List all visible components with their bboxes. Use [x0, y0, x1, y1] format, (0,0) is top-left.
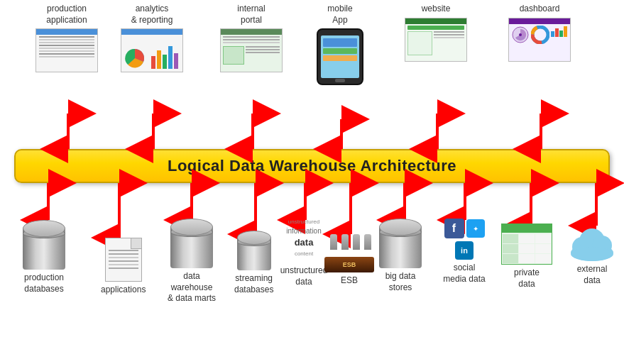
bottom-item-data-warehouse: datawarehouse& data marts: [168, 219, 216, 304]
donut-icon: [531, 26, 549, 44]
social-icons: f ✦ in: [436, 219, 493, 260]
mobile-screen: [321, 35, 359, 78]
label-analytics: analytics& reporting: [131, 4, 173, 26]
top-item-mobile-app: mobileApp: [317, 4, 363, 85]
spreadsheet-icon: [501, 224, 552, 265]
esb-connector: [364, 234, 371, 250]
label-mobile-app: mobileApp: [327, 4, 352, 26]
db-cylinder-bigdata: [379, 219, 422, 268]
mock-line: [39, 45, 94, 46]
esb-label: ESB: [343, 261, 356, 268]
mock-line: [39, 48, 94, 49]
mock-line: [39, 42, 94, 43]
bottom-item-private-data: privatedata: [501, 224, 552, 289]
db-cylinder-streaming: [237, 231, 271, 270]
esb-connectors: [330, 234, 371, 250]
bottom-item-esb: ESB ESB: [324, 234, 374, 287]
central-banner: Logical Data Warehouse Architecture: [14, 149, 610, 183]
bottom-item-streaming-db: streamingdatabases: [234, 231, 273, 295]
cell: [535, 244, 551, 253]
cell: [535, 254, 551, 263]
mobile-home-button: [335, 79, 345, 82]
twitter-icon: ✦: [466, 219, 485, 238]
db-cylinder-warehouse: [170, 219, 213, 268]
db-top: [237, 231, 271, 245]
banner-text: Logical Data Warehouse Architecture: [168, 157, 456, 175]
label-external-data: externaldata: [577, 264, 608, 286]
bottom-item-external-data: externaldata: [566, 226, 618, 286]
mock-dashboard: [508, 18, 571, 62]
label-data-warehouse: datawarehouse& data marts: [168, 271, 216, 304]
cell: [503, 234, 518, 243]
label-private-data: privatedata: [514, 268, 540, 289]
label-social-media: socialmedia data: [443, 263, 485, 285]
label-streaming-db: streamingdatabases: [234, 273, 273, 295]
label-esb: ESB: [341, 275, 358, 287]
mock-line: [39, 56, 94, 57]
svg-point-30: [571, 247, 613, 261]
mock-line: [39, 39, 94, 40]
linkedin-icon: in: [455, 241, 474, 260]
label-applications: applications: [101, 285, 146, 296]
bar-chart: [151, 43, 180, 69]
word-cloud: unstructured information data content: [275, 213, 332, 263]
cloud-icon: [566, 226, 618, 261]
cell: [503, 254, 518, 263]
top-item-website: website: [405, 4, 467, 62]
db-top: [379, 219, 422, 236]
db-cylinder-production: [23, 220, 65, 270]
mock-line: [39, 36, 94, 38]
db-top: [23, 220, 65, 237]
label-unstructured: unstructureddata: [280, 265, 328, 287]
label-production-db: productiondatabases: [24, 272, 64, 294]
top-item-analytics: analytics& reporting: [121, 4, 183, 72]
bar: [168, 46, 173, 69]
top-item-dashboard: dashboard: [508, 4, 571, 62]
esb-bar: ESB: [324, 257, 374, 272]
cell: [519, 254, 535, 263]
pie-chart: [124, 48, 146, 69]
cell: [519, 244, 535, 253]
bar: [163, 55, 167, 69]
bar: [157, 50, 161, 69]
esb-connector: [353, 234, 360, 250]
bottom-item-big-data: big datastores: [379, 219, 422, 293]
word-cloud-text: unstructured information data content: [286, 217, 321, 258]
label-website: website: [422, 4, 451, 15]
mock-line: [39, 50, 94, 52]
mock-line: [39, 53, 94, 55]
db-top: [170, 219, 213, 236]
spreadsheet-grid: [502, 233, 552, 264]
cell: [503, 244, 518, 253]
bar: [174, 53, 178, 69]
mock-lines: [39, 36, 94, 59]
bottom-item-unstructured: unstructured information data content un…: [275, 213, 332, 287]
bottom-item-applications: applications: [101, 238, 146, 296]
top-item-internal-portal: internalportal: [220, 4, 283, 72]
bottom-item-social-media: f ✦ in socialmedia data: [436, 219, 493, 285]
mock-website: [405, 18, 467, 62]
label-internal-portal: internalportal: [237, 4, 265, 26]
diagram-container: Logical Data Warehouse Architecture: [0, 0, 624, 364]
esb-visual: ESB: [324, 234, 374, 272]
label-big-data: big datastores: [385, 271, 416, 293]
bar: [151, 56, 155, 69]
mock-production-app: [35, 28, 98, 72]
top-item-production-app: productionapplication: [35, 4, 98, 72]
mock-internal-portal: [220, 28, 283, 72]
cell: [535, 234, 551, 243]
esb-connector: [341, 234, 349, 250]
esb-connector: [330, 234, 337, 250]
label-dashboard: dashboard: [520, 4, 560, 15]
facebook-icon: f: [444, 219, 464, 238]
mock-mobile-app: [317, 28, 363, 85]
gauge-icon: [511, 26, 530, 44]
bottom-item-production-db: productiondatabases: [23, 220, 65, 294]
cell: [519, 234, 535, 243]
label-production-app: productionapplication: [46, 4, 87, 26]
mock-analytics: [121, 28, 183, 72]
doc-icon-applications: [105, 238, 142, 282]
svg-point-22: [519, 33, 522, 36]
